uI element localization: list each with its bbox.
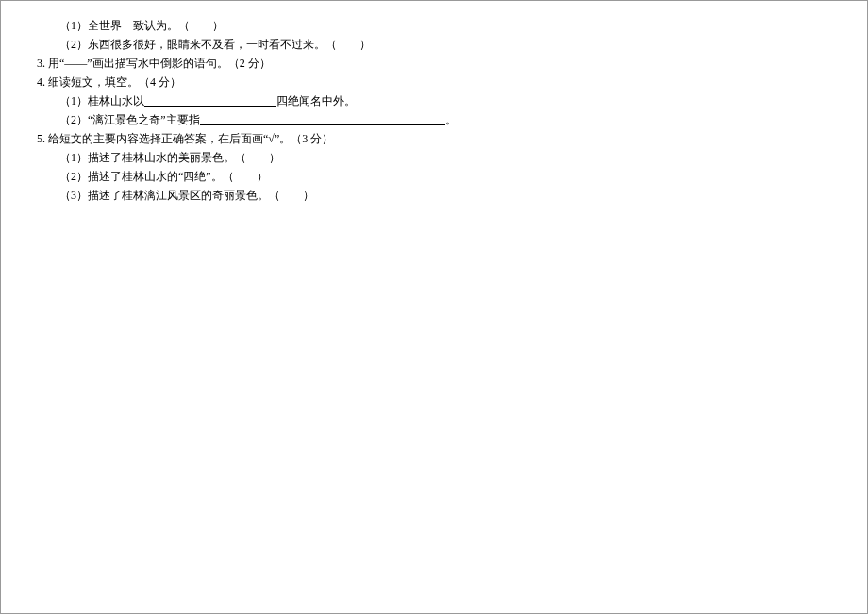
document-content: （1）全世界一致认为。（ ） （2）东西很多很好，眼睛来不及看，一时看不过来。（… [1, 1, 867, 205]
blank-fill-2 [200, 112, 445, 125]
q3-num: 3. [37, 57, 45, 70]
q2-sub1: （1）全世界一致认为。（ ） [59, 16, 773, 35]
blank-fill-1 [144, 93, 276, 107]
q3: 3. 用“——”画出描写水中倒影的语句。（2 分） [37, 54, 773, 73]
q5-sub3: （3）描述了桂林漓江风景区的奇丽景色。（ ） [59, 186, 773, 205]
q2-sub2: （2）东西很多很好，眼睛来不及看，一时看不过来。（ ） [59, 35, 773, 54]
q4-sub2a: （2）“漓江景色之奇”主要指 [59, 113, 200, 126]
q5-num: 5. [37, 132, 45, 145]
q4-num: 4. [37, 75, 45, 89]
q5-sub1: （1）描述了桂林山水的美丽景色。（ ） [59, 148, 773, 167]
q2-sub2-text: （2）东西很多很好，眼睛来不及看，一时看不过来。（ ） [59, 38, 371, 51]
q2-sub1-text: （1）全世界一致认为。（ ） [59, 19, 224, 32]
q4-sub1: （1）桂林山水以四绝闻名中外。 [59, 91, 773, 110]
q4-text: 细读短文，填空。（4 分） [48, 75, 181, 89]
q4: 4. 细读短文，填空。（4 分） [37, 73, 773, 91]
q4-sub2b: 。 [445, 113, 457, 126]
q5-sub1-text: （1）描述了桂林山水的美丽景色。（ ） [59, 151, 280, 164]
q4-sub1b: 四绝闻名中外。 [276, 94, 356, 108]
q5-text: 给短文的主要内容选择正确答案，在后面画“√”。（3 分） [48, 132, 333, 145]
q5-sub2-text: （2）描述了桂林山水的“四绝”。（ ） [59, 170, 268, 183]
q3-text: 用“——”画出描写水中倒影的语句。（2 分） [48, 57, 271, 70]
q4-sub2: （2）“漓江景色之奇”主要指。 [59, 110, 773, 129]
q5-sub3-text: （3）描述了桂林漓江风景区的奇丽景色。（ ） [59, 189, 314, 202]
q5: 5. 给短文的主要内容选择正确答案，在后面画“√”。（3 分） [37, 129, 773, 148]
q4-sub1a: （1）桂林山水以 [59, 94, 144, 108]
q5-sub2: （2）描述了桂林山水的“四绝”。（ ） [59, 167, 773, 186]
